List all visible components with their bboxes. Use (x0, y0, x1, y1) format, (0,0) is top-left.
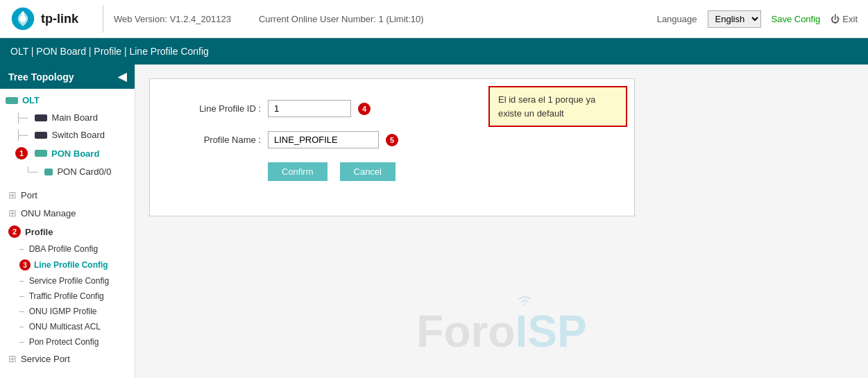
switch-board-icon (35, 132, 47, 139)
service-profile-dot-icon: – (19, 276, 24, 286)
step2-badge: 2 (8, 225, 21, 238)
onu-manage-label: ONU Manage (21, 208, 76, 218)
profile-label: Profile (25, 227, 53, 237)
profile-name-label: Profile Name : (164, 135, 261, 145)
switch-board-label: Switch Board (51, 130, 105, 140)
nav-service-port[interactable]: ⊞ Service Port (0, 350, 135, 368)
line-profile-id-input[interactable] (268, 100, 351, 117)
traffic-profile-label: Traffic Profile Config (29, 291, 104, 301)
pon-protect-dot-icon: – (19, 337, 24, 347)
main-board-icon (35, 114, 47, 121)
cancel-button[interactable]: Cancel (340, 162, 395, 181)
form-buttons-row: Confirm Cancel (164, 162, 620, 181)
olt-icon (6, 97, 18, 104)
pon-board-icon (35, 150, 47, 157)
onu-multicast-dot-icon: – (19, 322, 24, 332)
logo-area: tp-link (10, 6, 78, 31)
line-profile-id-label: Line Profile ID : (164, 103, 261, 114)
logo-text: tp-link (41, 12, 78, 26)
dba-profile-label: DBA Profile Config (29, 244, 98, 254)
watermark-sp: SP (527, 306, 586, 357)
sidebar: Tree Topology ◀ OLT ├─ Main Board ├─ Swi… (0, 65, 135, 378)
power-icon: ⏻ (831, 14, 840, 24)
service-profile-label: Service Profile Config (29, 276, 109, 286)
confirm-button[interactable]: Confirm (268, 162, 327, 181)
nav-onu-manage[interactable]: ⊞ ONU Manage (0, 204, 135, 222)
nav-profile[interactable]: 2 Profile (0, 222, 135, 241)
profile-name-row: Profile Name : 5 (164, 131, 620, 148)
tree-item-pon-card[interactable]: └─ PON Card0/0 (0, 163, 135, 180)
tree-item-olt[interactable]: OLT (0, 92, 135, 109)
language-select[interactable]: English (708, 10, 761, 28)
watermark-i-letter: I (516, 306, 528, 357)
olt-label: OLT (22, 95, 40, 105)
nav-dba-profile[interactable]: – DBA Profile Config (0, 241, 135, 257)
nav-section: ⊞ Port ⊞ ONU Manage 2 Profile – DBA Prof… (0, 183, 135, 370)
svg-point-1 (20, 16, 26, 22)
nav-port[interactable]: ⊞ Port (0, 186, 135, 204)
breadcrumb: OLT | PON Board | Profile | Line Profile… (10, 46, 209, 57)
nav-traffic-profile[interactable]: – Traffic Profile Config (0, 289, 135, 304)
tree-item-pon-board[interactable]: 1 PON Board (0, 144, 135, 163)
sidebar-header: Tree Topology ◀ (0, 65, 135, 89)
profile-name-input[interactable] (268, 131, 379, 148)
wifi-icon (517, 292, 534, 306)
nav-line-profile[interactable]: 3 Line Profile Config (0, 257, 135, 273)
pon-protect-label: Pon Protect Config (29, 337, 99, 347)
pon-card-icon (44, 169, 53, 175)
nav-onu-multicast[interactable]: – ONU Multicast ACL (0, 319, 135, 334)
tooltip-text: El id sera el 1 porque ya existe un defa… (498, 94, 595, 119)
service-port-expand-icon: ⊞ (8, 353, 17, 364)
port-expand-icon: ⊞ (8, 189, 17, 200)
nav-service-profile[interactable]: – Service Profile Config (0, 273, 135, 289)
tooltip-box: El id sera el 1 porque ya existe un defa… (488, 86, 627, 127)
watermark: Foro I SP (416, 306, 586, 357)
breadcrumb-bar: OLT | PON Board | Profile | Line Profile… (0, 38, 868, 65)
header: tp-link Web Version: V1.2.4_201123 Curre… (0, 0, 868, 38)
header-info: Web Version: V1.2.4_201123 Current Onlin… (114, 14, 657, 24)
nav-pon-protect[interactable]: – Pon Protect Config (0, 334, 135, 350)
header-divider (103, 5, 103, 33)
pon-card-label: PON Card0/0 (57, 166, 111, 177)
online-users: Current Online User Number: 1 (Limit:10) (259, 14, 424, 24)
svg-rect-2 (22, 11, 24, 16)
tree-section: OLT ├─ Main Board ├─ Switch Board 1 PON … (0, 89, 135, 183)
tp-link-logo-icon (10, 6, 35, 31)
exit-button[interactable]: ⏻ Exit (831, 14, 858, 24)
main-layout: Tree Topology ◀ OLT ├─ Main Board ├─ Swi… (0, 65, 868, 378)
onu-multicast-label: ONU Multicast ACL (29, 322, 101, 332)
form-panel: El id sera el 1 porque ya existe un defa… (149, 78, 635, 216)
header-right: Language English Save Config ⏻ Exit (657, 10, 858, 28)
step5-badge: 5 (386, 134, 398, 146)
tree-item-switch-board[interactable]: ├─ Switch Board (0, 126, 135, 144)
onu-igmp-label: ONU IGMP Profile (29, 307, 97, 316)
port-label: Port (21, 190, 37, 200)
step3-badge: 3 (19, 259, 31, 270)
save-config-link[interactable]: Save Config (772, 14, 821, 24)
nav-onu-igmp[interactable]: – ONU IGMP Profile (0, 304, 135, 319)
content-area: El id sera el 1 porque ya existe un defa… (135, 65, 868, 378)
watermark-foro: Foro (416, 306, 515, 357)
tree-item-main-board[interactable]: ├─ Main Board (0, 109, 135, 126)
onu-igmp-dot-icon: – (19, 307, 24, 316)
step4-badge: 4 (358, 103, 371, 115)
sidebar-collapse-button[interactable]: ◀ (118, 70, 126, 83)
tree-topology-title: Tree Topology (8, 71, 74, 83)
exit-label: Exit (842, 14, 858, 24)
line-profile-label: Line Profile Config (34, 260, 108, 270)
traffic-profile-dot-icon: – (19, 291, 24, 301)
language-label: Language (657, 14, 697, 24)
onu-manage-expand-icon: ⊞ (8, 207, 17, 218)
main-board-label: Main Board (51, 112, 97, 123)
pon-board-label: PON Board (51, 148, 99, 159)
web-version: Web Version: V1.2.4_201123 (114, 14, 231, 24)
dba-dot-icon: – (19, 244, 24, 254)
step1-badge: 1 (15, 147, 28, 160)
service-port-label: Service Port (21, 354, 70, 364)
